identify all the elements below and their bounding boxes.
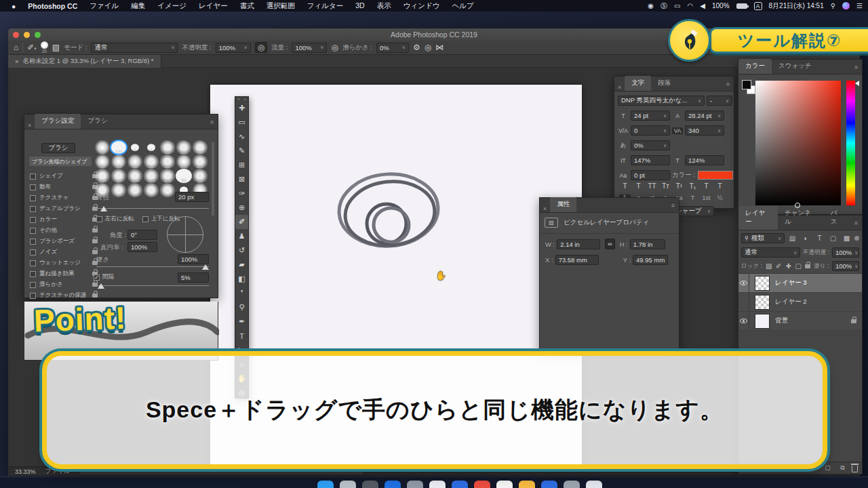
dock-app-11[interactable] (541, 481, 557, 488)
move-tool[interactable]: ✚ (235, 101, 248, 115)
menu-item[interactable]: ヘルプ (452, 1, 473, 11)
brush-option-row[interactable]: ブラシポーズ (30, 237, 98, 245)
brush-tip-item[interactable]: 16 (192, 169, 208, 183)
s-app-icon[interactable]: Ⓢ (660, 1, 667, 11)
layer-row-bg[interactable]: 背景 (738, 312, 862, 331)
brush-tip-item[interactable]: 25 (159, 140, 176, 155)
saturation-brightness-field[interactable] (755, 81, 841, 205)
brush-option-row[interactable]: テクスチャの保護 (30, 291, 98, 300)
history-brush-tool[interactable]: ↺ (235, 243, 248, 258)
hue-marker[interactable] (855, 81, 859, 86)
brush-option-row[interactable]: 滑らかさ (30, 281, 98, 289)
panel-menu-icon[interactable]: ≡ (850, 64, 862, 74)
superscript-button[interactable]: T¹ (673, 182, 685, 190)
lock-all-icon[interactable] (805, 264, 810, 268)
clone-stamp-tool[interactable]: ♟ (235, 229, 248, 243)
brush-tip-item[interactable]: 284 (94, 169, 111, 183)
dock-app-8[interactable] (474, 481, 490, 488)
close-tab-icon[interactable]: × (15, 58, 19, 65)
brush-tip-item[interactable]: 50 (94, 155, 111, 169)
layer-row-3[interactable]: レイヤー 3 (738, 274, 862, 293)
angle-value[interactable]: 0° (127, 230, 157, 240)
airplay-icon[interactable]: ▭ (674, 2, 680, 9)
all-caps-button[interactable]: TT (646, 182, 658, 190)
wifi-icon[interactable]: ◠ (688, 2, 694, 9)
fraction-button[interactable]: ½ (714, 195, 726, 201)
tab-swatches[interactable]: スウォッチ (772, 59, 818, 74)
diameter-slider[interactable] (96, 208, 209, 209)
ordinal-button[interactable]: 1st (701, 195, 712, 201)
eyedropper-tool[interactable]: ✑ (235, 186, 248, 201)
spotlight-icon[interactable]: ⚲ (831, 2, 835, 9)
brush-tip-item[interactable]: 50 (176, 169, 192, 183)
airbrush-icon[interactable]: ◎ (331, 43, 338, 52)
panel-menu-icon[interactable]: ≡ (850, 220, 862, 230)
lock-position-icon[interactable]: ✚ (785, 262, 792, 270)
tab-brush-settings[interactable]: ブラシ設定 (35, 114, 81, 129)
foreground-color-swatch[interactable] (742, 80, 751, 89)
brush-preset-icon[interactable]: ✐▾ (27, 43, 37, 52)
checkbox[interactable] (30, 293, 36, 299)
layer-thumbnail[interactable] (755, 276, 770, 291)
document-tab[interactable]: × 名称未設定 1 @ 33.3% (レイヤー 3, RGB/8) * (8, 55, 161, 68)
volume-icon[interactable]: ◀ (700, 2, 705, 9)
brush-tip-item[interactable]: 80 (111, 169, 127, 183)
brush-tip-item[interactable] (143, 183, 159, 197)
slider-thumb[interactable] (202, 264, 209, 270)
filter-adjustment-icon[interactable]: ◐ (800, 235, 812, 242)
layer-filter-select[interactable]: ⚲種類∨ (741, 233, 785, 243)
slider-thumb[interactable] (100, 206, 107, 211)
close-icon[interactable]: × (540, 205, 550, 212)
filter-toggle-icon[interactable] (854, 236, 859, 241)
notification-center-icon[interactable]: ☰ (856, 2, 863, 9)
brush-option-row[interactable]: 散布 (30, 183, 98, 191)
brush-tip-item[interactable]: 123 (111, 140, 127, 155)
brush-tip-item[interactable]: 50 (143, 155, 159, 169)
apple-menu-icon[interactable]: ● (12, 2, 16, 10)
dock-app-10[interactable] (519, 481, 535, 488)
brush-tip-item[interactable]: 127 (192, 155, 208, 169)
flip-x-checkbox[interactable]: 左右に反転 (96, 215, 134, 223)
bold-button[interactable]: T (619, 182, 631, 190)
lock-icon[interactable] (92, 239, 98, 243)
dock-app-7[interactable] (452, 481, 468, 488)
slider-thumb[interactable] (98, 283, 104, 289)
tracking-select[interactable]: 340∨ (685, 125, 724, 136)
lock-icon[interactable] (92, 250, 98, 254)
brush-tip-item[interactable]: 30 (94, 140, 111, 155)
dock-app-9[interactable] (496, 481, 513, 488)
new-layer-icon[interactable]: ⧉ (837, 464, 848, 472)
brush-tip-item[interactable]: 100 (176, 155, 192, 169)
smoothing-select[interactable]: 0%∨ (376, 43, 409, 53)
menu-item[interactable]: ウィンドウ (403, 1, 440, 11)
link-dimensions-button[interactable]: ∞ (605, 239, 614, 249)
layer-group-icon[interactable]: ▢ (822, 464, 833, 472)
checkbox[interactable] (30, 239, 36, 245)
brush-tool[interactable]: ✐ (235, 215, 248, 229)
checkbox[interactable] (30, 184, 36, 190)
hue-slider[interactable] (846, 81, 855, 205)
creative-cloud-icon[interactable]: ◉ (648, 2, 654, 9)
dock-app-1[interactable] (317, 481, 334, 488)
menu-item[interactable]: イメージ (157, 1, 186, 11)
symmetry-icon[interactable]: ⋈ (435, 43, 443, 52)
delete-layer-icon[interactable] (852, 466, 858, 472)
tab-color[interactable]: カラー (738, 59, 772, 74)
lock-icon[interactable] (92, 293, 98, 298)
menu-item[interactable]: 書式 (240, 1, 254, 11)
menu-item[interactable]: フィルター (307, 1, 343, 11)
horizontal-scale-field[interactable]: 124% (685, 155, 724, 165)
filter-smart-icon[interactable]: ▩ (841, 235, 852, 242)
checkbox[interactable] (30, 217, 36, 223)
grid-scrollbar[interactable] (212, 142, 214, 216)
panel-menu-icon[interactable]: ≡ (667, 202, 679, 212)
tsume-select[interactable]: 0%∨ (631, 140, 670, 150)
leading-select[interactable]: 28.24 pt∨ (685, 110, 724, 121)
siri-icon[interactable] (842, 2, 850, 9)
close-icon[interactable]: × (24, 122, 35, 129)
width-field[interactable]: 2.14 in (557, 239, 600, 249)
blur-tool[interactable]: ❜ (235, 286, 248, 300)
opacity-select[interactable]: 100%∨ (216, 43, 251, 53)
type-tool[interactable]: T (235, 329, 248, 343)
brushes-button[interactable]: ブラシ (41, 143, 75, 153)
